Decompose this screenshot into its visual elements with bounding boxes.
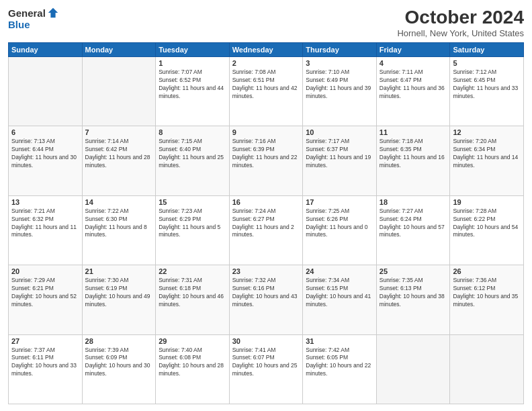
day-info: Sunrise: 7:17 AMSunset: 6:37 PMDaylight:… bbox=[306, 138, 373, 170]
calendar-cell: 4Sunrise: 7:11 AMSunset: 6:47 PMDaylight… bbox=[376, 57, 450, 126]
svg-marker-0 bbox=[48, 8, 58, 17]
day-number: 15 bbox=[159, 198, 226, 206]
day-info: Sunrise: 7:42 AMSunset: 6:05 PMDaylight:… bbox=[306, 347, 373, 379]
calendar-cell: 23Sunrise: 7:32 AMSunset: 6:16 PMDayligh… bbox=[229, 265, 303, 334]
day-number: 14 bbox=[85, 198, 153, 206]
calendar-header-row: SundayMondayTuesdayWednesdayThursdayFrid… bbox=[9, 43, 524, 57]
day-number: 4 bbox=[380, 59, 447, 67]
day-info: Sunrise: 7:24 AMSunset: 6:27 PMDaylight:… bbox=[232, 208, 300, 240]
calendar-cell: 16Sunrise: 7:24 AMSunset: 6:27 PMDayligh… bbox=[229, 195, 303, 265]
calendar-cell: 12Sunrise: 7:20 AMSunset: 6:34 PMDayligh… bbox=[450, 126, 524, 195]
calendar-week-row: 13Sunrise: 7:21 AMSunset: 6:32 PMDayligh… bbox=[9, 195, 524, 265]
day-number: 27 bbox=[11, 337, 79, 345]
day-number: 5 bbox=[453, 59, 521, 67]
calendar-cell: 20Sunrise: 7:29 AMSunset: 6:21 PMDayligh… bbox=[9, 265, 83, 334]
calendar-cell: 8Sunrise: 7:15 AMSunset: 6:40 PMDaylight… bbox=[156, 126, 230, 195]
day-number: 22 bbox=[159, 267, 226, 275]
calendar-week-row: 1Sunrise: 7:07 AMSunset: 6:52 PMDaylight… bbox=[9, 57, 524, 126]
calendar-cell: 28Sunrise: 7:39 AMSunset: 6:09 PMDayligh… bbox=[82, 334, 156, 404]
calendar-cell: 7Sunrise: 7:14 AMSunset: 6:42 PMDaylight… bbox=[82, 126, 156, 195]
calendar-cell: 22Sunrise: 7:31 AMSunset: 6:18 PMDayligh… bbox=[156, 265, 230, 334]
calendar-cell: 21Sunrise: 7:30 AMSunset: 6:19 PMDayligh… bbox=[82, 265, 156, 334]
calendar-cell bbox=[450, 334, 524, 404]
calendar-cell: 1Sunrise: 7:07 AMSunset: 6:52 PMDaylight… bbox=[156, 57, 230, 126]
weekday-header: Monday bbox=[82, 43, 156, 57]
weekday-header: Tuesday bbox=[156, 43, 230, 57]
day-info: Sunrise: 7:40 AMSunset: 6:08 PMDaylight:… bbox=[159, 347, 226, 379]
weekday-header: Friday bbox=[376, 43, 450, 57]
day-info: Sunrise: 7:10 AMSunset: 6:49 PMDaylight:… bbox=[306, 68, 373, 101]
calendar-cell: 2Sunrise: 7:08 AMSunset: 6:51 PMDaylight… bbox=[229, 57, 303, 126]
day-number: 10 bbox=[306, 128, 373, 136]
day-number: 31 bbox=[306, 337, 373, 345]
day-number: 9 bbox=[232, 128, 300, 136]
day-info: Sunrise: 7:23 AMSunset: 6:29 PMDaylight:… bbox=[159, 208, 226, 240]
logo: General Blue bbox=[8, 7, 59, 30]
day-number: 18 bbox=[380, 198, 447, 206]
day-info: Sunrise: 7:31 AMSunset: 6:18 PMDaylight:… bbox=[159, 277, 226, 309]
day-number: 21 bbox=[85, 267, 153, 275]
day-info: Sunrise: 7:35 AMSunset: 6:13 PMDaylight:… bbox=[380, 277, 447, 309]
logo-icon bbox=[47, 7, 59, 19]
day-number: 6 bbox=[11, 128, 79, 136]
day-info: Sunrise: 7:16 AMSunset: 6:39 PMDaylight:… bbox=[232, 138, 300, 170]
calendar-cell: 30Sunrise: 7:41 AMSunset: 6:07 PMDayligh… bbox=[229, 334, 303, 404]
day-info: Sunrise: 7:29 AMSunset: 6:21 PMDaylight:… bbox=[11, 277, 79, 309]
day-number: 1 bbox=[159, 59, 226, 67]
day-number: 19 bbox=[453, 198, 521, 206]
calendar-cell: 26Sunrise: 7:36 AMSunset: 6:12 PMDayligh… bbox=[450, 265, 524, 334]
day-number: 24 bbox=[306, 267, 373, 275]
calendar-cell: 31Sunrise: 7:42 AMSunset: 6:05 PMDayligh… bbox=[303, 334, 377, 404]
day-info: Sunrise: 7:32 AMSunset: 6:16 PMDaylight:… bbox=[232, 277, 300, 309]
title-area: October 2024 Hornell, New York, United S… bbox=[397, 7, 524, 38]
day-info: Sunrise: 7:12 AMSunset: 6:45 PMDaylight:… bbox=[453, 68, 521, 101]
day-number: 25 bbox=[380, 267, 447, 275]
day-info: Sunrise: 7:20 AMSunset: 6:34 PMDaylight:… bbox=[453, 138, 521, 170]
day-number: 30 bbox=[232, 337, 300, 345]
logo-blue-text: Blue bbox=[8, 19, 30, 30]
calendar-cell: 13Sunrise: 7:21 AMSunset: 6:32 PMDayligh… bbox=[9, 195, 83, 265]
calendar-cell: 24Sunrise: 7:34 AMSunset: 6:15 PMDayligh… bbox=[303, 265, 377, 334]
calendar-cell: 25Sunrise: 7:35 AMSunset: 6:13 PMDayligh… bbox=[376, 265, 450, 334]
day-info: Sunrise: 7:41 AMSunset: 6:07 PMDaylight:… bbox=[232, 347, 300, 379]
calendar-cell: 11Sunrise: 7:18 AMSunset: 6:35 PMDayligh… bbox=[376, 126, 450, 195]
weekday-header: Wednesday bbox=[229, 43, 303, 57]
day-info: Sunrise: 7:34 AMSunset: 6:15 PMDaylight:… bbox=[306, 277, 373, 309]
day-info: Sunrise: 7:25 AMSunset: 6:26 PMDaylight:… bbox=[306, 208, 373, 240]
day-number: 23 bbox=[232, 267, 300, 275]
subtitle: Hornell, New York, United States bbox=[397, 28, 524, 38]
calendar-cell: 17Sunrise: 7:25 AMSunset: 6:26 PMDayligh… bbox=[303, 195, 377, 265]
calendar-cell: 19Sunrise: 7:28 AMSunset: 6:22 PMDayligh… bbox=[450, 195, 524, 265]
calendar-cell: 14Sunrise: 7:22 AMSunset: 6:30 PMDayligh… bbox=[82, 195, 156, 265]
calendar-cell: 18Sunrise: 7:27 AMSunset: 6:24 PMDayligh… bbox=[376, 195, 450, 265]
calendar-cell: 5Sunrise: 7:12 AMSunset: 6:45 PMDaylight… bbox=[450, 57, 524, 126]
day-number: 2 bbox=[232, 59, 300, 67]
day-number: 26 bbox=[453, 267, 521, 275]
day-info: Sunrise: 7:28 AMSunset: 6:22 PMDaylight:… bbox=[453, 208, 521, 240]
day-info: Sunrise: 7:30 AMSunset: 6:19 PMDaylight:… bbox=[85, 277, 153, 309]
calendar-cell: 3Sunrise: 7:10 AMSunset: 6:49 PMDaylight… bbox=[303, 57, 377, 126]
day-info: Sunrise: 7:39 AMSunset: 6:09 PMDaylight:… bbox=[85, 347, 153, 379]
day-info: Sunrise: 7:36 AMSunset: 6:12 PMDaylight:… bbox=[453, 277, 521, 309]
calendar-week-row: 20Sunrise: 7:29 AMSunset: 6:21 PMDayligh… bbox=[9, 265, 524, 334]
day-number: 20 bbox=[11, 267, 79, 275]
header: General Blue October 2024 Hornell, New Y… bbox=[8, 7, 524, 38]
day-info: Sunrise: 7:11 AMSunset: 6:47 PMDaylight:… bbox=[380, 68, 447, 101]
day-info: Sunrise: 7:22 AMSunset: 6:30 PMDaylight:… bbox=[85, 208, 153, 240]
calendar-cell: 27Sunrise: 7:37 AMSunset: 6:11 PMDayligh… bbox=[9, 334, 83, 404]
calendar-cell: 9Sunrise: 7:16 AMSunset: 6:39 PMDaylight… bbox=[229, 126, 303, 195]
day-info: Sunrise: 7:07 AMSunset: 6:52 PMDaylight:… bbox=[159, 68, 226, 101]
day-number: 28 bbox=[85, 337, 153, 345]
calendar-table: SundayMondayTuesdayWednesdayThursdayFrid… bbox=[8, 42, 524, 404]
day-info: Sunrise: 7:21 AMSunset: 6:32 PMDaylight:… bbox=[11, 208, 79, 240]
day-info: Sunrise: 7:18 AMSunset: 6:35 PMDaylight:… bbox=[380, 138, 447, 170]
day-number: 8 bbox=[159, 128, 226, 136]
day-number: 17 bbox=[306, 198, 373, 206]
main-title: October 2024 bbox=[397, 7, 524, 28]
calendar-week-row: 27Sunrise: 7:37 AMSunset: 6:11 PMDayligh… bbox=[9, 334, 524, 404]
weekday-header: Thursday bbox=[303, 43, 377, 57]
calendar-cell bbox=[376, 334, 450, 404]
calendar-cell bbox=[82, 57, 156, 126]
calendar-cell bbox=[9, 57, 83, 126]
weekday-header: Sunday bbox=[9, 43, 83, 57]
